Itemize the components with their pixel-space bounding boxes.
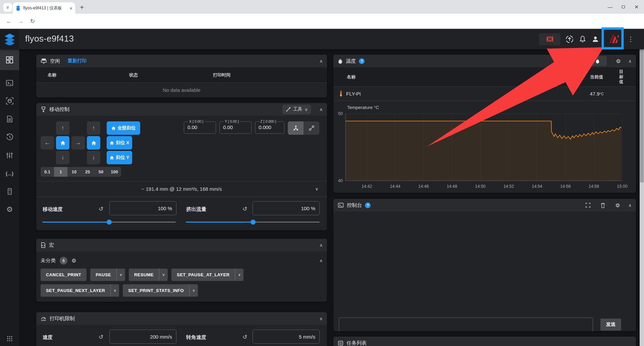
console-output-area[interactable]	[333, 212, 636, 315]
sidebar-item-gcode-preview[interactable]	[0, 92, 19, 110]
heater-toggle-button[interactable]	[588, 56, 607, 66]
browser-tab[interactable]: flyos-e9f413 | 仪表板 ×	[13, 2, 75, 14]
sidebar-apps-button[interactable]	[0, 331, 19, 346]
jog-x-minus-button[interactable]: ←	[41, 136, 54, 150]
chevron-down-icon[interactable]: ∨	[235, 269, 244, 281]
macro-set-pause-at-layer[interactable]: SET_PAUSE_AT_LAYER∨	[171, 269, 244, 281]
move-mode-toggle	[288, 121, 319, 135]
collapse-icon[interactable]: ∧	[319, 243, 323, 248]
flow-factor-input[interactable]: 100 %	[253, 201, 320, 215]
tools-dropdown-button[interactable]: 工具 ∨	[282, 105, 311, 114]
home-xy-button[interactable]	[56, 136, 69, 150]
collapse-icon[interactable]: ∧	[628, 59, 632, 64]
collapse-icon[interactable]: ∧	[628, 203, 632, 208]
macro-set-pause-next-layer[interactable]: SET_PAUSE_NEXT_LAYER∨	[41, 284, 119, 297]
macro-set-print-stats-info[interactable]: SET_PRINT_STATS_INFO∨	[123, 284, 198, 297]
step-1-selected[interactable]: 1	[54, 167, 67, 177]
step-10[interactable]: 10	[67, 167, 81, 177]
sidebar-item-console[interactable]	[0, 73, 19, 92]
sensor-name: FLY-Pi	[346, 91, 590, 97]
window-close-icon[interactable]: ✕	[634, 4, 639, 9]
home-y-button[interactable]: 归位 Y	[107, 151, 132, 164]
list-icon	[338, 340, 343, 346]
position-y-field[interactable]: Y [ 0.00 ] 0.00	[219, 119, 252, 134]
macro-cancel-print[interactable]: CANCEL_PRINT	[41, 269, 87, 281]
macro-resume[interactable]: RESUME∨	[129, 269, 168, 281]
sidebar-item-gcode-files[interactable]	[0, 110, 19, 128]
user-account-icon[interactable]	[591, 35, 599, 43]
tools-icon	[286, 107, 291, 112]
chevron-down-icon[interactable]: ∨	[189, 284, 198, 297]
speed-reset-icon[interactable]: ↺	[99, 206, 103, 213]
send-button[interactable]: 发送	[600, 319, 621, 331]
step-0.1[interactable]: 0.1	[41, 167, 54, 177]
move-mode-axes-button[interactable]	[288, 121, 304, 135]
corner-velocity-reset-icon[interactable]: ↺	[243, 334, 247, 341]
sidebar-item-machine[interactable]	[0, 182, 19, 201]
window-maximize-icon[interactable]	[621, 5, 626, 9]
app-logo[interactable]	[0, 29, 19, 49]
jog-z-down-button[interactable]: ↓	[87, 151, 100, 164]
temp-settings-gear-icon[interactable]: ⚙	[616, 58, 621, 64]
speed-factor-slider[interactable]	[42, 220, 176, 225]
step-50[interactable]: 50	[94, 167, 108, 177]
collapse-icon[interactable]: ∧	[319, 59, 323, 64]
corner-velocity-input[interactable]: 5 mm/s	[253, 330, 320, 344]
step-25[interactable]: 25	[81, 167, 94, 177]
scrollbar-thumb[interactable]	[640, 35, 644, 182]
jog-y-minus-button[interactable]: ↓	[56, 151, 69, 164]
trash-icon[interactable]	[600, 203, 605, 208]
collapse-icon[interactable]: ∧	[319, 316, 323, 321]
jog-y-plus-button[interactable]: ↑	[56, 121, 69, 135]
flow-factor-slider[interactable]	[186, 220, 320, 225]
sidebar-item-settings[interactable]: ⚙	[0, 200, 19, 219]
flow-reset-icon[interactable]: ↺	[243, 206, 247, 213]
macro-label: RESUME	[129, 269, 159, 281]
help-icon[interactable]: ?	[365, 203, 371, 208]
tab-close-icon[interactable]: ×	[69, 6, 72, 11]
macro-count-badge: 6	[60, 257, 67, 265]
sidebar-item-dashboard[interactable]	[0, 49, 19, 70]
reprint-button[interactable]: 重新打印	[68, 58, 87, 64]
fullscreen-icon[interactable]	[585, 203, 591, 208]
tab-search-button[interactable]: ∨	[3, 3, 12, 12]
velocity-input[interactable]: 200 mm/s	[109, 330, 176, 344]
emergency-stop-button[interactable]	[539, 33, 560, 45]
macro-pause[interactable]: PAUSE∨	[90, 269, 125, 281]
temp-row-flypi[interactable]: FLY-Pi 47.9 °C	[333, 87, 636, 101]
speed-factor-input[interactable]: 100 %	[109, 201, 176, 215]
update-available-icon[interactable]	[565, 35, 574, 44]
macro-settings-gear-icon[interactable]: ⚙	[71, 257, 76, 264]
chevron-down-icon[interactable]: ∨	[116, 269, 125, 281]
temperature-chart[interactable]: 14:4214:4414:4614:4814:5014:5214:5414:56…	[333, 102, 636, 193]
move-mode-cross-button[interactable]	[304, 121, 319, 135]
jog-z-up-button[interactable]: ↑	[87, 121, 100, 135]
chevron-down-icon[interactable]: ∨	[315, 186, 318, 191]
window-minimize-icon[interactable]: —	[607, 4, 612, 9]
collapse-icon[interactable]: ∧	[319, 107, 323, 112]
jog-x-plus-button[interactable]: →	[71, 136, 85, 150]
new-tab-button[interactable]: +	[77, 3, 87, 12]
position-z-field[interactable]: Z [ 0.000 ] 0.000	[255, 119, 284, 134]
reload-icon[interactable]: ↻	[29, 17, 37, 25]
notifications-bell-icon[interactable]	[579, 35, 587, 43]
sidebar-item-tune[interactable]	[0, 146, 19, 165]
forward-icon[interactable]: →	[17, 17, 25, 25]
back-icon[interactable]: ←	[5, 17, 13, 25]
console-settings-gear-icon[interactable]: ⚙	[615, 202, 620, 209]
position-x-field[interactable]: X [ 0.00 ] 0.00	[184, 119, 216, 134]
fly-theme-logo-button[interactable]	[604, 31, 623, 48]
console-input[interactable]	[339, 318, 593, 331]
overflow-menu-icon[interactable]: ⋮	[628, 35, 634, 43]
step-100[interactable]: 100	[108, 167, 121, 177]
home-all-button[interactable]: 全部归位	[107, 121, 140, 135]
chevron-down-icon[interactable]: ∨	[159, 269, 168, 281]
sidebar-item-history[interactable]	[0, 128, 19, 147]
collapse-icon[interactable]: ∧	[319, 258, 323, 263]
sidebar-item-machine-config[interactable]: {...}	[0, 164, 19, 183]
chevron-down-icon[interactable]: ∨	[110, 284, 119, 297]
home-x-button[interactable]: 归位 X	[107, 136, 132, 150]
velocity-reset-icon[interactable]: ↺	[99, 334, 103, 341]
help-icon[interactable]: ?	[359, 58, 365, 64]
home-z-button[interactable]	[87, 136, 100, 150]
